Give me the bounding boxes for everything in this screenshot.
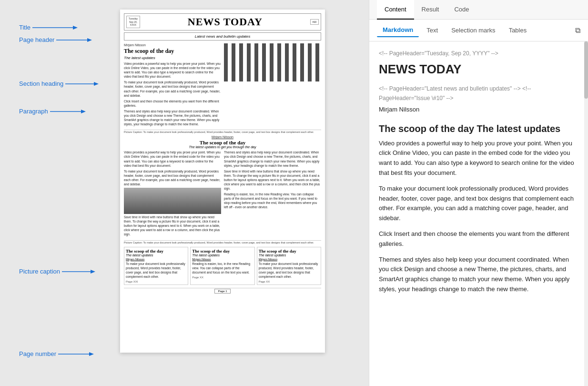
annotation-page-number-label: Page number (19, 350, 56, 357)
doc-mini-text-2: Reading is easier, too, in the new Readi… (192, 262, 253, 274)
annotation-page-header: Page header (19, 36, 94, 43)
tabs-top-bar: Content Result Code (369, 0, 588, 20)
doc-section2-col1: Video provides a powerful way to help yo… (124, 150, 221, 238)
doc-para-4: Themes and styles also help keep your do… (124, 109, 221, 126)
doc-mini-author-1: Mirjam Nilsson (126, 258, 186, 261)
doc-page-number-text: Page 1 (214, 289, 230, 294)
content-section-heading: The scoop of the day The latest updates (379, 122, 578, 135)
annotation-title-arrow (32, 24, 80, 31)
doc-section-heading-1: The scoop of the day (124, 48, 221, 55)
doc-caption-1: Picture Caption: To make your document l… (124, 130, 321, 133)
svg-marker-11 (89, 352, 94, 356)
annotation-picture-caption-arrow (62, 268, 98, 275)
svg-marker-1 (73, 26, 78, 30)
doc-s2-c2-p2: Save time in Word with new buttons that … (224, 169, 321, 191)
doc-cars-image (124, 188, 221, 214)
doc-page-number: Page 1 (124, 288, 321, 294)
doc-date-box: Tuesday Sep 20, XXXX (126, 16, 140, 28)
doc-author-2: Mirjam Nilsson (124, 135, 321, 139)
right-panel: Content Result Code Markdown Text Select… (369, 0, 588, 386)
doc-bottom-col-3: The scoop of the day The latest updates … (257, 247, 321, 285)
doc-s2-c1-p2: To make your document look professionall… (124, 169, 221, 186)
annotation-paragraph-arrow (50, 108, 88, 115)
doc-header: Tuesday Sep 20, XXXX NEWS TODAY #10 (124, 13, 321, 30)
scrollbar-thumb[interactable] (584, 41, 588, 99)
annotation-page-number: Page number (19, 350, 96, 357)
doc-subheader-text: Latest news and bulletin updates (195, 34, 251, 39)
doc-main-title: NEWS TODAY (140, 16, 310, 28)
annotation-picture-caption: Picture caption (19, 268, 98, 275)
doc-mini-heading-2: The scoop of the day (192, 249, 253, 254)
document-page: Tuesday Sep 20, XXXX NEWS TODAY #10 Late… (120, 10, 325, 353)
doc-mini-page-1: Page XXI (126, 280, 186, 283)
annotation-picture-caption-label: Picture caption (19, 268, 60, 275)
tab-markdown[interactable]: Markdown (377, 23, 419, 37)
annotation-page-header-arrow (56, 37, 94, 43)
annotation-page-header-label: Page header (19, 36, 54, 43)
tab-selection-marks[interactable]: Selection marks (446, 24, 501, 37)
annotation-section-heading: Section heading (19, 80, 101, 87)
content-main-title: NEWS TODAY (379, 62, 578, 77)
markdown-content-area: <!-- PageHeader="Tuesday, Sep 20, YYYY" … (369, 41, 588, 308)
annotation-title: Title (19, 24, 80, 31)
tab-code[interactable]: Code (446, 0, 476, 20)
doc-mini-subheading-1: The latest updates (126, 254, 186, 257)
comment-page-header-2: <!-- PageHeader="Latest news and bulleti… (379, 84, 578, 102)
doc-para-2: To make your document look professionall… (124, 80, 221, 97)
doc-mini-author-3: Mirjam Nilsson (259, 258, 319, 261)
content-p4: Themes and styles also help keep your do… (379, 255, 578, 295)
content-p3: Click Insert and then choose the element… (379, 229, 578, 249)
doc-section1-right (224, 43, 321, 128)
doc-para-1: Video provides a powerful way to help yo… (124, 61, 221, 79)
tab-result[interactable]: Result (414, 0, 447, 20)
doc-bottom-col-2: The scoop of the day The latest updates … (190, 247, 254, 285)
doc-mini-subheading-3: The latest updates (259, 254, 319, 257)
content-author: Mirjam Nilsson (379, 105, 578, 115)
svg-marker-9 (91, 270, 95, 274)
tab-text[interactable]: Text (421, 24, 444, 37)
annotation-section-heading-arrow (65, 81, 101, 87)
comment-page-header-1: <!-- PageHeader="Tuesday, Sep 20, YYYY" … (379, 49, 578, 58)
doc-mini-author-2: Mirjam Nilsson (192, 258, 253, 261)
content-p2: To make your document look professionall… (379, 184, 578, 223)
scrollbar-track (584, 41, 588, 386)
doc-bottom-sections: The scoop of the day The latest updates … (124, 247, 321, 285)
doc-section2-header: Mirjam Nilsson The scoop of the day The … (124, 135, 321, 149)
document-preview-panel: Title Page header Section heading (0, 0, 369, 386)
annotation-title-label: Title (19, 24, 30, 31)
copy-button[interactable]: ⧉ (575, 26, 580, 35)
doc-para-3: Click Insert and then choose the element… (124, 99, 221, 108)
doc-author-1: Mirjam Nilsson (124, 43, 221, 47)
doc-mini-heading-3: The scoop of the day (259, 249, 319, 254)
doc-zebra-image (224, 43, 321, 81)
content-scroll-container: <!-- PageHeader="Tuesday, Sep 20, YYYY" … (369, 41, 588, 386)
doc-bottom-col-1: The scoop of the day The latest updates … (124, 247, 188, 285)
doc-s2-c1-p3: Save time in Word with new buttons that … (124, 215, 221, 236)
annotation-container: Title Page header Section heading (19, 10, 350, 353)
doc-issue-box: #10 (310, 19, 319, 25)
annotation-paragraph: Paragraph (19, 108, 88, 115)
doc-section2-col2: Themes and styles also help keep your do… (224, 150, 321, 238)
tabs-sub-bar: Markdown Text Selection marks Tables ⧉ (369, 20, 588, 41)
tab-tables[interactable]: Tables (503, 24, 533, 37)
doc-section-heading-2: The scoop of the day (124, 140, 321, 145)
svg-marker-7 (81, 110, 86, 113)
doc-mini-page-3: Page XX (259, 280, 319, 283)
svg-marker-3 (87, 38, 92, 42)
doc-section1-top: Mirjam Nilsson The scoop of the day The … (124, 43, 321, 128)
annotation-section-heading-label: Section heading (19, 80, 63, 87)
doc-mini-text-1: To make your document look professionall… (126, 262, 186, 279)
doc-mini-text-3: To make your document look professionall… (259, 262, 319, 279)
tab-content[interactable]: Content (377, 0, 414, 20)
doc-mini-subheading-2: The latest updates (192, 254, 253, 257)
svg-marker-5 (94, 82, 99, 86)
doc-s2-c1-p1: Video provides a powerful way to help yo… (124, 150, 221, 167)
doc-mini-page-2: Page XX (192, 276, 253, 279)
doc-subheader: Latest news and bulletin updates (124, 32, 321, 41)
doc-s2-c2-p1: Themes and styles also help keep your do… (224, 150, 321, 167)
doc-s2-c2-p3: Reading is easier, too, in the new Readi… (224, 192, 321, 209)
doc-caption-2: Picture Caption: To make your document l… (124, 240, 321, 244)
doc-section2-cols: Video provides a powerful way to help yo… (124, 150, 321, 238)
annotation-page-number-arrow (58, 351, 96, 357)
doc-section-subheading-1: The latest updates (124, 56, 221, 60)
